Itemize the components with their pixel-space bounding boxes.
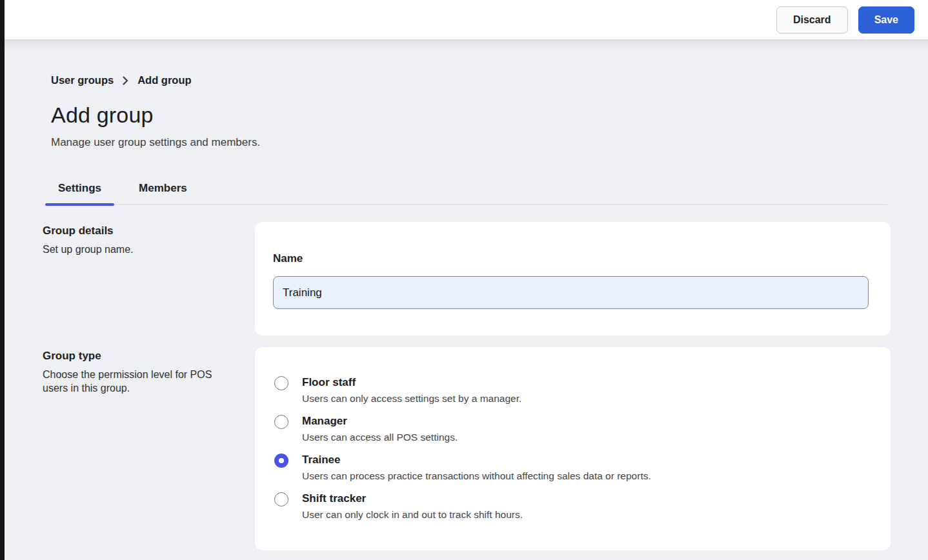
group-name-input[interactable]	[273, 276, 869, 309]
tab-members[interactable]: Members	[126, 175, 200, 204]
radio-option-text: Manager Users can access all POS setting…	[302, 414, 458, 444]
group-type-label-column: Group type Choose the permission level f…	[43, 347, 247, 550]
radio-option-description: Users can process practice transactions …	[302, 470, 651, 483]
radio-option-floor-staff[interactable]: Floor staff Users can only access settin…	[274, 375, 869, 405]
radio-option-shift-tracker[interactable]: Shift tracker User can only clock in and…	[274, 492, 869, 521]
radio-button-icon[interactable]	[274, 454, 288, 468]
page-subtitle: Manage user group settings and members.	[51, 136, 891, 149]
radio-option-label: Shift tracker	[302, 492, 523, 506]
radio-option-label: Floor staff	[302, 375, 521, 390]
radio-button-icon[interactable]	[274, 415, 288, 429]
window-edge	[0, 0, 5, 560]
save-button[interactable]: Save	[858, 6, 914, 34]
group-details-description: Set up group name.	[43, 243, 230, 256]
radio-option-text: Trainee Users can process practice trans…	[302, 453, 651, 483]
breadcrumb-user-groups[interactable]: User groups	[51, 74, 114, 86]
breadcrumb-add-group: Add group	[137, 74, 191, 86]
group-type-row: Group type Choose the permission level f…	[43, 347, 891, 550]
radio-button-icon[interactable]	[274, 492, 288, 506]
radio-option-text: Floor staff Users can only access settin…	[302, 375, 521, 405]
tab-settings[interactable]: Settings	[45, 175, 114, 204]
discard-button[interactable]: Discard	[776, 6, 848, 34]
group-type-description: Choose the permission level for POS user…	[43, 368, 230, 395]
header-scroll-shadow	[0, 40, 928, 50]
group-details-row: Group details Set up group name. Name	[43, 222, 891, 335]
group-name-card: Name	[255, 222, 891, 335]
radio-button-icon[interactable]	[274, 376, 288, 390]
group-type-heading: Group type	[43, 350, 247, 363]
radio-option-label: Manager	[302, 414, 458, 428]
top-action-bar: Discard Save	[0, 0, 928, 40]
radio-option-description: User can only clock in and out to track …	[302, 508, 523, 521]
name-field-label: Name	[273, 252, 303, 265]
breadcrumb: User groups Add group	[51, 74, 891, 86]
tab-bar: Settings Members	[45, 175, 887, 205]
add-group-page: User groups Add group Add group Manage u…	[0, 74, 928, 550]
radio-option-label: Trainee	[302, 453, 651, 467]
radio-option-description: Users can access all POS settings.	[302, 431, 458, 444]
group-details-label-column: Group details Set up group name.	[43, 222, 247, 335]
group-details-heading: Group details	[43, 225, 247, 237]
radio-option-trainee[interactable]: Trainee Users can process practice trans…	[274, 453, 869, 483]
group-type-card: Floor staff Users can only access settin…	[255, 347, 891, 550]
chevron-right-icon	[123, 76, 128, 85]
radio-option-manager[interactable]: Manager Users can access all POS setting…	[274, 414, 869, 444]
page-title: Add group	[51, 103, 891, 128]
radio-option-description: Users can only access settings set by a …	[302, 392, 521, 405]
radio-option-text: Shift tracker User can only clock in and…	[302, 492, 523, 521]
